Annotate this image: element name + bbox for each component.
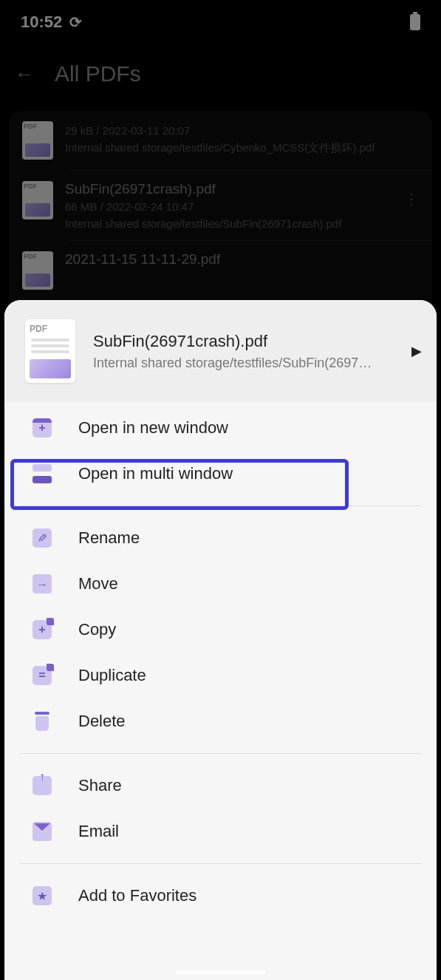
sheet-file-name: SubFin(26971crash).pdf <box>93 332 394 351</box>
move-icon <box>33 574 52 593</box>
delete-icon <box>33 712 52 731</box>
chevron-right-icon: ▶ <box>411 343 422 359</box>
share-icon <box>33 776 52 795</box>
duplicate-icon <box>33 666 52 685</box>
rename-item[interactable]: Rename <box>4 515 437 561</box>
copy-label: Copy <box>78 620 116 639</box>
divider <box>19 506 422 506</box>
open-new-window-item[interactable]: Open in new window <box>4 405 437 451</box>
divider <box>19 863 422 864</box>
delete-item[interactable]: Delete <box>4 698 437 744</box>
pdf-thumb-icon <box>25 319 75 383</box>
multi-window-icon <box>33 464 52 483</box>
divider <box>19 753 422 754</box>
sheet-file-path: Internal shared storage/testfiles/SubFin… <box>93 355 394 371</box>
share-label: Share <box>78 776 122 795</box>
email-icon <box>33 822 52 841</box>
share-item[interactable]: Share <box>4 763 437 809</box>
rename-icon <box>33 528 52 548</box>
email-label: Email <box>78 822 119 841</box>
home-indicator[interactable] <box>177 971 265 974</box>
sheet-header[interactable]: SubFin(26971crash).pdf Internal shared s… <box>4 300 437 402</box>
copy-icon <box>33 620 52 639</box>
star-icon <box>33 886 52 905</box>
open-multi-window-item[interactable]: Open in multi window <box>4 451 437 497</box>
move-label: Move <box>78 574 118 593</box>
add-favorites-label: Add to Favorites <box>78 886 196 905</box>
email-item[interactable]: Email <box>4 809 437 854</box>
action-sheet: SubFin(26971crash).pdf Internal shared s… <box>4 300 437 980</box>
delete-label: Delete <box>78 712 126 731</box>
open-new-window-label: Open in new window <box>78 418 228 438</box>
duplicate-label: Duplicate <box>78 666 146 685</box>
add-favorites-item[interactable]: Add to Favorites <box>4 873 437 919</box>
copy-item[interactable]: Copy <box>4 607 437 653</box>
duplicate-item[interactable]: Duplicate <box>4 653 437 698</box>
rename-label: Rename <box>78 528 140 548</box>
open-multi-window-label: Open in multi window <box>78 464 233 483</box>
screen: 10:52 ⟳ ← All PDFs 29 kB / 2022-03-11 20… <box>0 0 441 980</box>
move-item[interactable]: Move <box>4 561 437 607</box>
new-window-icon <box>33 418 52 438</box>
